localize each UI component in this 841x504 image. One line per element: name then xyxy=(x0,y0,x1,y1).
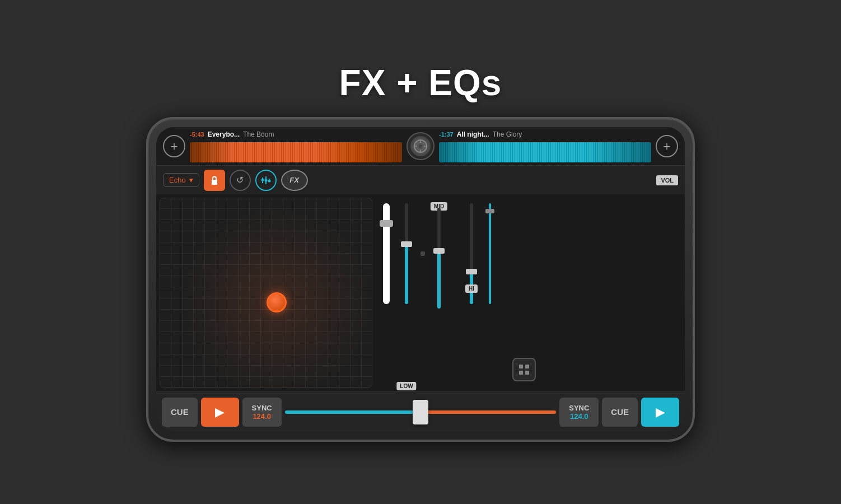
right-cue-button[interactable]: CUE xyxy=(602,398,638,427)
logo-inner xyxy=(410,136,431,156)
right-track-artist: The Glory xyxy=(493,130,522,138)
left-waveform[interactable] xyxy=(190,142,402,162)
mid-fader-handle[interactable] xyxy=(433,248,445,254)
right-waveform[interactable] xyxy=(439,142,651,162)
fx-pad[interactable] xyxy=(160,198,372,388)
phone-wrapper: ＋ -5:43 Everybo... The Boom xyxy=(146,117,695,442)
crossfader-right-fill xyxy=(421,410,556,414)
equalizer-icon xyxy=(261,175,271,185)
right-sync-label: SYNC xyxy=(569,404,589,412)
vol-fader-track[interactable] xyxy=(489,203,491,304)
fx-dot[interactable] xyxy=(267,292,287,312)
lock-icon xyxy=(210,175,219,185)
vol-fader-handle[interactable] xyxy=(485,209,494,213)
controls-row: Echo ▾ ↺ FX xyxy=(156,165,685,194)
right-sync-bpm: 124.0 xyxy=(570,412,588,421)
left-sync-button[interactable]: SYNC 124.0 xyxy=(242,398,282,427)
svg-rect-16 xyxy=(519,371,523,375)
phone-screen: ＋ -5:43 Everybo... The Boom xyxy=(156,127,685,432)
main-fader-handle[interactable] xyxy=(380,220,393,227)
right-play-button[interactable]: ▶ xyxy=(641,398,679,427)
low-label: LOW xyxy=(396,382,416,390)
header-row: ＋ -5:43 Everybo... The Boom xyxy=(156,127,685,165)
low-fader-handle[interactable] xyxy=(401,241,412,247)
center-logo[interactable] xyxy=(407,132,434,160)
fx-selector[interactable]: Echo ▾ xyxy=(163,173,199,187)
reset-button[interactable]: ↺ xyxy=(230,170,251,191)
mid-fader-track[interactable] xyxy=(437,208,441,309)
left-track-artist: The Boom xyxy=(243,130,274,138)
eq-button[interactable] xyxy=(255,170,277,191)
main-area: LOW MID xyxy=(156,194,685,391)
right-sync-button[interactable]: SYNC 124.0 xyxy=(559,398,599,427)
hi-fader-handle[interactable] xyxy=(466,269,477,274)
left-sync-label: SYNC xyxy=(252,404,272,412)
main-fader-track[interactable] xyxy=(383,203,390,304)
right-track-time: -1:37 xyxy=(439,131,454,138)
left-track-name: Everybo... xyxy=(208,130,240,138)
dark-fader1[interactable] xyxy=(421,203,425,304)
right-track-name: All night... xyxy=(457,130,489,138)
page-title: FX + EQs xyxy=(339,62,502,104)
vol-label: VOL xyxy=(656,175,678,185)
crossfader-left-fill xyxy=(285,410,421,414)
crossfader[interactable] xyxy=(285,398,557,427)
dark-fader2[interactable] xyxy=(453,203,457,304)
left-track-meta: -5:43 Everybo... The Boom xyxy=(190,130,402,138)
low-fader-track[interactable] xyxy=(405,203,408,304)
hi-label: HI xyxy=(465,284,478,293)
lock-button[interactable] xyxy=(204,170,225,191)
crossfader-handle[interactable] xyxy=(413,400,428,424)
svg-point-13 xyxy=(268,179,270,182)
svg-point-2 xyxy=(419,144,422,148)
transport-row: CUE ▶ SYNC 124.0 SYNC 124.0 CUE ▶ xyxy=(156,391,685,432)
add-right-button[interactable]: ＋ xyxy=(656,135,678,157)
left-play-button[interactable]: ▶ xyxy=(201,398,239,427)
svg-point-11 xyxy=(261,178,264,181)
left-sync-bpm: 124.0 xyxy=(253,412,271,421)
fx-button[interactable]: FX xyxy=(281,170,308,191)
add-left-button[interactable]: ＋ xyxy=(163,135,185,157)
svg-rect-15 xyxy=(525,365,529,368)
svg-rect-14 xyxy=(519,365,523,368)
left-track-time: -5:43 xyxy=(190,131,204,138)
grid-button[interactable] xyxy=(512,358,536,381)
svg-rect-17 xyxy=(525,371,529,375)
svg-rect-7 xyxy=(212,180,217,185)
logo-icon xyxy=(413,138,428,154)
grid-icon xyxy=(518,364,530,375)
svg-point-12 xyxy=(264,179,267,181)
chevron-down-icon: ▾ xyxy=(189,176,193,184)
fx-label: FX xyxy=(289,176,299,184)
fx-name-label: Echo xyxy=(169,176,186,184)
right-track-meta: -1:37 All night... The Glory xyxy=(439,130,651,138)
left-cue-button[interactable]: CUE xyxy=(162,398,198,427)
